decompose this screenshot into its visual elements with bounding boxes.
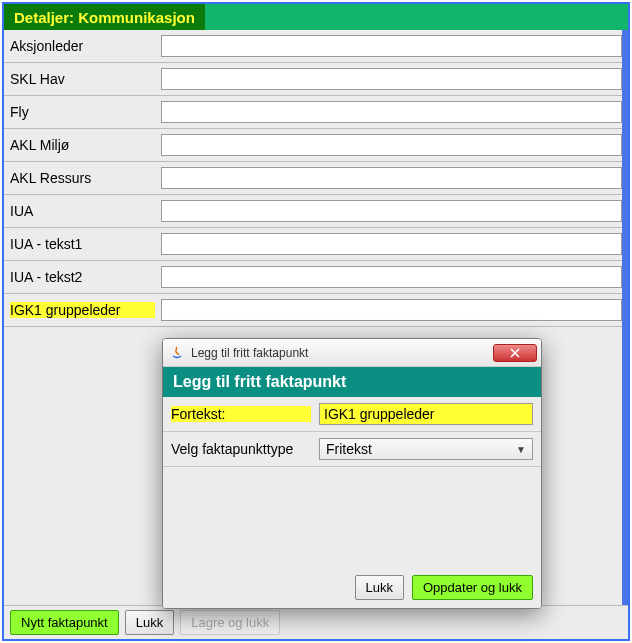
type-select-value: Fritekst: [326, 441, 372, 457]
field-label: SKL Hav: [10, 71, 155, 87]
dialog-buttons: Lukk Oppdater og lukk: [163, 567, 541, 608]
save-close-button: Lagre og lukk: [180, 610, 280, 635]
close-icon[interactable]: [493, 344, 537, 362]
header-title: Detaljer: Kommunikasjon: [4, 4, 205, 30]
header-bar: Detaljer: Kommunikasjon: [4, 4, 628, 30]
field-row: AKL Ressurs: [4, 162, 628, 195]
close-button[interactable]: Lukk: [125, 610, 174, 635]
type-label: Velg faktapunkttype: [171, 441, 311, 457]
field-label: IGK1 gruppeleder: [10, 302, 155, 318]
fortekst-label: Fortekst:: [171, 406, 311, 422]
bottom-bar: Nytt faktapunkt Lukk Lagre og lukk: [4, 605, 628, 639]
field-label: Aksjonleder: [10, 38, 155, 54]
field-row: Aksjonleder: [4, 30, 628, 63]
field-input[interactable]: [161, 233, 622, 255]
field-input[interactable]: [161, 35, 622, 57]
scrollbar-strip[interactable]: [622, 30, 628, 605]
field-label: AKL Miljø: [10, 137, 155, 153]
dialog-window-title: Legg til fritt faktapunkt: [191, 346, 487, 360]
field-label: IUA - tekst1: [10, 236, 155, 252]
field-input[interactable]: [161, 101, 622, 123]
field-row: AKL Miljø: [4, 129, 628, 162]
field-row: SKL Hav: [4, 63, 628, 96]
field-label: AKL Ressurs: [10, 170, 155, 186]
dialog-update-button[interactable]: Oppdater og lukk: [412, 575, 533, 600]
java-icon: [169, 345, 185, 361]
chevron-down-icon: ▼: [516, 444, 526, 455]
field-label: Fly: [10, 104, 155, 120]
field-row: IUA: [4, 195, 628, 228]
dialog-titlebar[interactable]: Legg til fritt faktapunkt: [163, 339, 541, 367]
new-factpoint-button[interactable]: Nytt faktapunkt: [10, 610, 119, 635]
dialog-close-button[interactable]: Lukk: [355, 575, 404, 600]
dialog-body: Fortekst: Velg faktapunkttype Fritekst ▼…: [163, 397, 541, 608]
field-input[interactable]: [161, 167, 622, 189]
type-select[interactable]: Fritekst ▼: [319, 438, 533, 460]
field-input[interactable]: [161, 200, 622, 222]
field-input[interactable]: [161, 299, 622, 321]
field-row: IUA - tekst1: [4, 228, 628, 261]
add-factpoint-dialog: Legg til fritt faktapunkt Legg til fritt…: [162, 338, 542, 609]
field-label: IUA - tekst2: [10, 269, 155, 285]
fortekst-input[interactable]: [319, 403, 533, 425]
field-input[interactable]: [161, 68, 622, 90]
dialog-row-fortekst: Fortekst:: [163, 397, 541, 432]
dialog-heading: Legg til fritt faktapunkt: [163, 367, 541, 397]
field-label: IUA: [10, 203, 155, 219]
field-row: IUA - tekst2: [4, 261, 628, 294]
dialog-spacer: [163, 467, 541, 567]
dialog-row-type: Velg faktapunkttype Fritekst ▼: [163, 432, 541, 467]
field-input[interactable]: [161, 266, 622, 288]
field-row: Fly: [4, 96, 628, 129]
field-input[interactable]: [161, 134, 622, 156]
field-row: IGK1 gruppeleder: [4, 294, 628, 327]
